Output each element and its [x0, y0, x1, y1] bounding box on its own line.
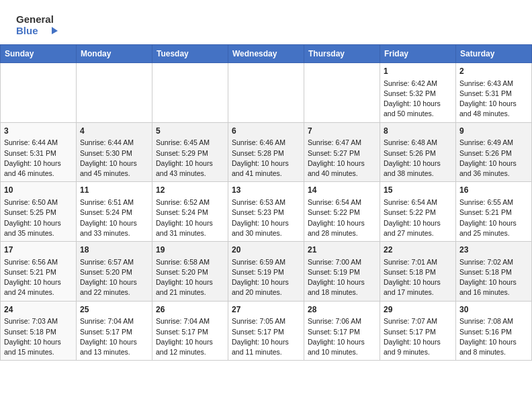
day-number: 14 — [308, 185, 376, 196]
calendar-cell — [304, 63, 380, 123]
calendar-cell: 27Sunrise: 7:05 AM Sunset: 5:17 PM Dayli… — [228, 301, 304, 361]
day-content: Sunrise: 6:51 AM Sunset: 5:24 PM Dayligh… — [80, 197, 148, 238]
day-number: 15 — [384, 185, 452, 196]
calendar-table: SundayMondayTuesdayWednesdayThursdayFrid… — [0, 44, 532, 361]
svg-text:Blue: Blue — [16, 25, 38, 36]
day-content: Sunrise: 7:02 AM Sunset: 5:18 PM Dayligh… — [459, 257, 528, 298]
day-content: Sunrise: 7:03 AM Sunset: 5:18 PM Dayligh… — [4, 316, 73, 357]
day-number: 3 — [4, 126, 73, 137]
day-content: Sunrise: 7:04 AM Sunset: 5:17 PM Dayligh… — [80, 316, 148, 357]
logo-svg: GeneralBlue — [16, 12, 63, 38]
day-number: 29 — [384, 304, 452, 316]
day-content: Sunrise: 6:46 AM Sunset: 5:28 PM Dayligh… — [232, 138, 300, 179]
calendar-cell: 13Sunrise: 6:53 AM Sunset: 5:23 PM Dayli… — [228, 182, 304, 242]
calendar-cell: 14Sunrise: 6:54 AM Sunset: 5:22 PM Dayli… — [304, 182, 380, 242]
day-content: Sunrise: 6:54 AM Sunset: 5:22 PM Dayligh… — [308, 197, 376, 238]
day-number: 13 — [232, 185, 300, 196]
calendar-cell: 2Sunrise: 6:43 AM Sunset: 5:31 PM Daylig… — [456, 63, 532, 123]
calendar-cell: 1Sunrise: 6:42 AM Sunset: 5:32 PM Daylig… — [380, 63, 456, 123]
calendar-cell: 8Sunrise: 6:48 AM Sunset: 5:26 PM Daylig… — [380, 122, 456, 182]
calendar-cell: 29Sunrise: 7:07 AM Sunset: 5:17 PM Dayli… — [380, 301, 456, 361]
day-content: Sunrise: 6:47 AM Sunset: 5:27 PM Dayligh… — [308, 138, 376, 179]
day-header-saturday: Saturday — [456, 45, 532, 63]
day-content: Sunrise: 6:44 AM Sunset: 5:31 PM Dayligh… — [4, 138, 73, 179]
header: GeneralBlue — [0, 0, 532, 44]
calendar-cell: 10Sunrise: 6:50 AM Sunset: 5:25 PM Dayli… — [1, 182, 77, 242]
calendar-cell: 23Sunrise: 7:02 AM Sunset: 5:18 PM Dayli… — [456, 242, 532, 302]
day-content: Sunrise: 7:01 AM Sunset: 5:18 PM Dayligh… — [384, 257, 452, 298]
day-content: Sunrise: 7:00 AM Sunset: 5:19 PM Dayligh… — [308, 257, 376, 298]
day-content: Sunrise: 6:49 AM Sunset: 5:26 PM Dayligh… — [459, 138, 528, 179]
calendar-cell: 30Sunrise: 7:08 AM Sunset: 5:16 PM Dayli… — [456, 301, 532, 361]
day-number: 1 — [384, 66, 452, 77]
day-content: Sunrise: 6:58 AM Sunset: 5:20 PM Dayligh… — [156, 257, 224, 298]
day-content: Sunrise: 6:43 AM Sunset: 5:31 PM Dayligh… — [459, 79, 528, 120]
calendar-week-row: 24Sunrise: 7:03 AM Sunset: 5:18 PM Dayli… — [1, 301, 532, 361]
day-number: 16 — [459, 185, 528, 196]
day-number: 18 — [80, 244, 148, 256]
day-number: 25 — [80, 304, 148, 316]
day-content: Sunrise: 6:55 AM Sunset: 5:21 PM Dayligh… — [459, 197, 528, 238]
calendar-cell: 3Sunrise: 6:44 AM Sunset: 5:31 PM Daylig… — [1, 122, 77, 182]
calendar-cell: 21Sunrise: 7:00 AM Sunset: 5:19 PM Dayli… — [304, 242, 380, 302]
calendar-cell: 11Sunrise: 6:51 AM Sunset: 5:24 PM Dayli… — [77, 182, 152, 242]
day-number: 4 — [80, 126, 148, 137]
calendar-week-row: 3Sunrise: 6:44 AM Sunset: 5:31 PM Daylig… — [1, 122, 532, 182]
day-content: Sunrise: 6:56 AM Sunset: 5:21 PM Dayligh… — [4, 257, 73, 298]
calendar-cell: 12Sunrise: 6:52 AM Sunset: 5:24 PM Dayli… — [152, 182, 228, 242]
calendar-cell: 16Sunrise: 6:55 AM Sunset: 5:21 PM Dayli… — [456, 182, 532, 242]
day-content: Sunrise: 6:48 AM Sunset: 5:26 PM Dayligh… — [384, 138, 452, 179]
calendar-cell: 25Sunrise: 7:04 AM Sunset: 5:17 PM Dayli… — [77, 301, 152, 361]
day-number: 17 — [4, 244, 73, 256]
day-content: Sunrise: 7:05 AM Sunset: 5:17 PM Dayligh… — [232, 316, 300, 357]
day-content: Sunrise: 6:42 AM Sunset: 5:32 PM Dayligh… — [384, 79, 452, 120]
calendar-week-row: 1Sunrise: 6:42 AM Sunset: 5:32 PM Daylig… — [1, 63, 532, 123]
calendar-cell: 26Sunrise: 7:04 AM Sunset: 5:17 PM Dayli… — [152, 301, 228, 361]
day-content: Sunrise: 7:04 AM Sunset: 5:17 PM Dayligh… — [156, 316, 224, 357]
day-number: 10 — [4, 185, 73, 196]
calendar-cell: 22Sunrise: 7:01 AM Sunset: 5:18 PM Dayli… — [380, 242, 456, 302]
calendar-cell — [1, 63, 77, 123]
calendar-cell: 17Sunrise: 6:56 AM Sunset: 5:21 PM Dayli… — [1, 242, 77, 302]
day-header-tuesday: Tuesday — [152, 45, 228, 63]
logo: GeneralBlue — [16, 12, 63, 38]
day-number: 12 — [156, 185, 224, 196]
calendar-cell — [152, 63, 228, 123]
day-content: Sunrise: 7:07 AM Sunset: 5:17 PM Dayligh… — [384, 316, 452, 357]
day-header-monday: Monday — [77, 45, 152, 63]
page: GeneralBlue SundayMondayTuesdayWednesday… — [0, 0, 532, 361]
day-number: 6 — [232, 126, 300, 137]
calendar-cell: 4Sunrise: 6:44 AM Sunset: 5:30 PM Daylig… — [77, 122, 152, 182]
calendar-cell — [228, 63, 304, 123]
day-number: 20 — [232, 244, 300, 256]
calendar-cell: 15Sunrise: 6:54 AM Sunset: 5:22 PM Dayli… — [380, 182, 456, 242]
svg-marker-2 — [52, 27, 58, 34]
calendar-week-row: 10Sunrise: 6:50 AM Sunset: 5:25 PM Dayli… — [1, 182, 532, 242]
calendar-cell: 5Sunrise: 6:45 AM Sunset: 5:29 PM Daylig… — [152, 122, 228, 182]
day-number: 19 — [156, 244, 224, 256]
day-content: Sunrise: 6:53 AM Sunset: 5:23 PM Dayligh… — [232, 197, 300, 238]
day-content: Sunrise: 6:59 AM Sunset: 5:19 PM Dayligh… — [232, 257, 300, 298]
day-header-friday: Friday — [380, 45, 456, 63]
day-number: 8 — [384, 126, 452, 137]
day-header-sunday: Sunday — [1, 45, 77, 63]
calendar-cell: 20Sunrise: 6:59 AM Sunset: 5:19 PM Dayli… — [228, 242, 304, 302]
day-header-thursday: Thursday — [304, 45, 380, 63]
calendar-cell: 19Sunrise: 6:58 AM Sunset: 5:20 PM Dayli… — [152, 242, 228, 302]
day-number: 26 — [156, 304, 224, 316]
day-content: Sunrise: 7:08 AM Sunset: 5:16 PM Dayligh… — [459, 316, 528, 357]
day-number: 5 — [156, 126, 224, 137]
day-content: Sunrise: 6:54 AM Sunset: 5:22 PM Dayligh… — [384, 197, 452, 238]
day-number: 11 — [80, 185, 148, 196]
calendar-cell: 6Sunrise: 6:46 AM Sunset: 5:28 PM Daylig… — [228, 122, 304, 182]
day-number: 7 — [308, 126, 376, 137]
calendar-cell: 28Sunrise: 7:06 AM Sunset: 5:17 PM Dayli… — [304, 301, 380, 361]
calendar-header-row: SundayMondayTuesdayWednesdayThursdayFrid… — [1, 45, 532, 63]
day-number: 2 — [459, 66, 528, 77]
day-number: 24 — [4, 304, 73, 316]
calendar-week-row: 17Sunrise: 6:56 AM Sunset: 5:21 PM Dayli… — [1, 242, 532, 302]
calendar-cell: 9Sunrise: 6:49 AM Sunset: 5:26 PM Daylig… — [456, 122, 532, 182]
calendar-cell: 7Sunrise: 6:47 AM Sunset: 5:27 PM Daylig… — [304, 122, 380, 182]
day-number: 21 — [308, 244, 376, 256]
calendar-cell: 18Sunrise: 6:57 AM Sunset: 5:20 PM Dayli… — [77, 242, 152, 302]
